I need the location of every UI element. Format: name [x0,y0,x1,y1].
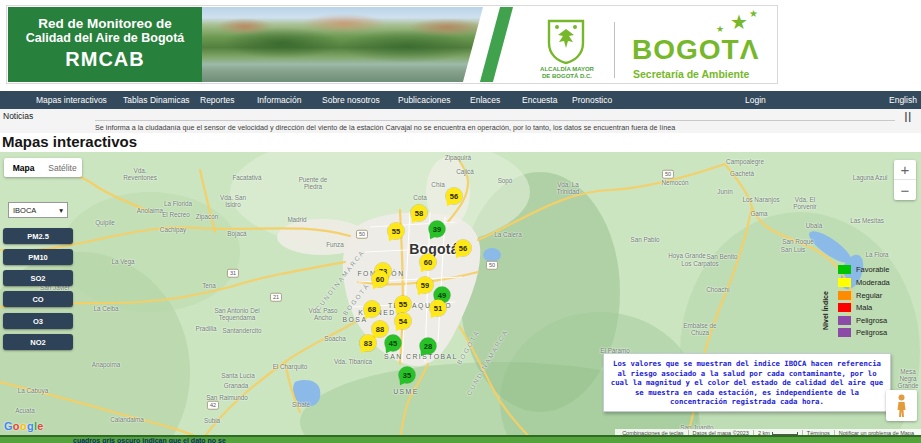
station-marker[interactable]: 28 [420,338,437,355]
nav-item-información[interactable]: Información [257,91,301,109]
legend-row: Moderada [838,278,890,287]
legend-swatch [838,291,851,300]
map-zoom-control: + − [894,160,916,200]
map-label: Anapoima [92,361,120,368]
map-label: Anolaima [137,207,163,214]
bogota-logo[interactable]: BOGOTΛ [632,36,759,64]
map-type-control: Mapa Satélite [4,158,82,177]
station-marker[interactable]: 59 [417,277,434,294]
map-label: Choachí [706,286,729,293]
news-divider [95,120,895,121]
station-marker[interactable]: 56 [446,188,463,205]
nav-item-mapas-interactivos[interactable]: Mapas interactivos [36,91,107,109]
map-label: 42 [207,401,219,410]
map-label: Cachipay [160,226,186,233]
station-marker[interactable]: 83 [360,335,377,352]
pegman-control[interactable] [886,390,917,421]
bogota-wordmark: BOGOT [632,34,740,65]
map-label: Soacha [324,335,345,342]
map-label: 50 [486,261,498,270]
pollutant-button-pm25[interactable]: PM2.5 [3,228,73,244]
pollutant-button-so2[interactable]: SO2 [3,270,73,286]
station-marker[interactable]: 60 [420,254,437,271]
station-marker[interactable]: 35 [399,367,416,384]
legend-swatch [838,328,851,337]
map-label: Vda. La Trinidad [557,181,580,195]
map-label: El Recreo [162,211,190,218]
station-marker[interactable]: 60 [372,271,389,288]
nav-item-pronostico[interactable]: Pronostico [572,91,612,109]
nav-item-sobre-nosotros[interactable]: Sobre nosotros [322,91,380,109]
station-marker[interactable]: 51 [430,300,447,317]
nav-item-encuesta[interactable]: Encuesta [522,91,557,109]
map-label: Cajicá [456,168,474,175]
pollutant-select[interactable]: IBOCA ▾ [8,202,68,218]
iboca-info-box: Los valores que se muestran del indice I… [603,353,891,412]
nav-item-enlaces[interactable]: Enlaces [470,91,500,109]
chevron-down-icon: ▾ [59,206,63,215]
map-label: Vda. Tibanica [334,358,372,365]
logo-line2: Calidad del Aire de Bogotá [8,31,202,45]
station-marker[interactable]: 68 [364,301,381,318]
map-label: Gachetá [730,170,754,177]
map-label: Zipacón [196,213,218,220]
map-label: Campoalegre [726,158,764,165]
map-label: San Benito [707,253,738,260]
map-label: Vda. Reventones [123,167,157,181]
nav-item-reportes[interactable]: Reportes [200,91,235,109]
google-logo-letter: o [20,420,27,432]
map-label: Chía [431,181,444,188]
pollutant-button-pm10[interactable]: PM10 [3,249,73,265]
nav-login[interactable]: Login [745,91,766,109]
pollutant-button-no2[interactable]: NO2 [3,334,73,350]
map-label: Subia [204,417,220,424]
nav-item-tablas-dinamicas[interactable]: Tablas Dinamicas [123,91,190,109]
pollutant-button-co[interactable]: CO [3,291,73,307]
station-marker[interactable]: 45 [385,335,402,352]
map-type-map-button[interactable]: Mapa [4,158,43,177]
map-label: Embalse de Chuza [683,322,716,336]
map-label: San Roque [782,238,814,245]
station-marker[interactable]: 56 [455,240,472,257]
station-marker[interactable]: 54 [395,313,412,330]
map-label: 50 [356,230,368,239]
pollutant-button-o3[interactable]: O3 [3,313,73,329]
nav-item-publicaciones[interactable]: Publicaciones [398,91,450,109]
map-label: Madrid [287,216,306,223]
map-type-satellite-button[interactable]: Satélite [43,158,82,177]
map-label: Pradilla [196,325,217,332]
map-label: San Luis [781,246,806,253]
station-marker[interactable]: 55 [388,223,405,240]
map-label: Sibaté [292,401,310,408]
station-marker[interactable]: 55 [395,296,412,313]
map-label: San Antonio Del Tequendama [214,307,259,321]
news-label: Noticias [3,111,33,121]
map-label: Junín [717,188,732,195]
map-label: La Cabuya [18,387,48,394]
google-logo-letter: G [4,420,13,432]
google-logo-letter: e [37,420,43,432]
main-nav: Mapas interactivosTablas DinamicasReport… [0,91,921,109]
zoom-out-button[interactable]: − [894,180,916,200]
map-label: 31 [227,269,239,278]
map-label: Sopó [498,177,513,184]
station-marker[interactable]: 39 [429,221,446,238]
legend-swatch [838,316,851,325]
legend-label: Peligrosa [856,316,887,325]
map-label: Puente de Piedra [299,176,328,190]
google-logo[interactable]: Google [4,420,44,432]
interactive-map[interactable]: BogotáVda. ReventonesFacatativáPuente de… [0,152,921,443]
map-label: El Charquito [273,363,308,370]
station-marker[interactable]: 58 [411,205,428,222]
alcaldia-text: ALCALDÍA MAYOR DE BOGOTÁ D.C. [522,66,612,80]
station-marker[interactable]: 88 [372,321,389,338]
bottom-ticker-bar: cuadros gris oscuro indican que el dato … [0,435,921,443]
rmcab-logo[interactable]: Red de Monitoreo de Calidad del Aire de … [8,7,202,82]
map-label: Mesa Negra Grande [897,368,918,389]
legend-row: Peligrosa [838,328,887,337]
pause-icon[interactable]: || [904,111,912,122]
zoom-in-button[interactable]: + [894,160,916,180]
nav-english[interactable]: English [889,91,917,109]
map-label: La Flora [865,251,888,258]
map-label: Santa Lucía [221,372,255,379]
